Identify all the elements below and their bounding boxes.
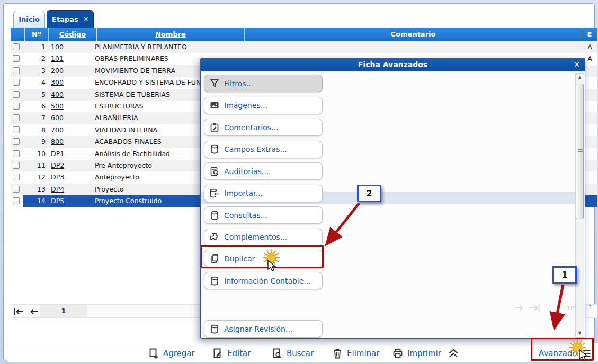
dialog-menu-item[interactable]: Complementos... <box>204 229 323 246</box>
row-code-link[interactable]: 700 <box>51 124 94 136</box>
column-header-estado: E <box>582 28 597 41</box>
row-code-link[interactable]: 100 <box>51 41 94 53</box>
audit-icon <box>209 166 220 177</box>
dialog-menu-item[interactable]: Importar... <box>204 185 323 202</box>
row-checkbox[interactable] <box>13 186 20 193</box>
ficha-avanzados-dialog: Ficha Avanzados ✕ Filtros... Imágenes...… <box>200 58 585 339</box>
row-checkbox[interactable] <box>13 67 20 74</box>
tab-etapas[interactable]: Etapas ✕ <box>47 10 94 28</box>
row-code-link[interactable]: DP1 <box>51 148 94 160</box>
highlight-box-duplicar <box>201 245 324 268</box>
row-code-link[interactable]: 300 <box>51 77 94 88</box>
tab-etapas-label: Etapas <box>52 11 78 28</box>
scrollbar-down-icon[interactable]: ▼ <box>576 329 584 337</box>
agregar-button[interactable]: Agregar <box>148 347 195 360</box>
row-code-link[interactable]: 400 <box>51 89 94 101</box>
row-code-link[interactable]: 500 <box>51 101 94 112</box>
row-checkbox[interactable] <box>13 174 20 180</box>
column-header-checkbox <box>11 28 25 41</box>
dialog-menu-item[interactable]: Información Contable... <box>204 272 323 289</box>
row-checkbox[interactable] <box>13 114 20 121</box>
row-checkbox[interactable] <box>13 55 20 62</box>
puzzle-icon <box>209 232 220 242</box>
column-header-nombre[interactable]: Nombre <box>97 28 245 41</box>
tab-inicio[interactable]: Inicio <box>13 11 45 28</box>
dialog-menu-item[interactable]: Campos Extras... <box>204 141 323 158</box>
search-document-icon <box>271 348 283 359</box>
row-checkbox[interactable] <box>13 162 20 169</box>
column-header-num: Nº <box>25 28 49 41</box>
first-page-icon[interactable] <box>12 306 25 317</box>
row-code-link[interactable]: DP2 <box>51 160 94 171</box>
row-code-link[interactable]: DP3 <box>51 171 94 183</box>
column-header-codigo[interactable]: Código <box>49 28 97 41</box>
buscar-button[interactable]: Buscar <box>271 347 314 360</box>
editar-button[interactable]: Editar <box>212 347 251 360</box>
dialog-menu-item[interactable]: Auditorias... <box>204 162 323 180</box>
dialog-menu-item[interactable]: Comentarios... <box>204 119 323 136</box>
row-num: 1 <box>25 41 49 53</box>
dialog-menu-item[interactable]: Asignar Revisión... <box>204 320 323 338</box>
buscar-label: Buscar <box>287 349 314 358</box>
row-code-link[interactable]: DP5 <box>51 195 94 207</box>
trash-icon <box>332 348 343 359</box>
eliminar-button[interactable]: Eliminar <box>332 347 379 360</box>
editar-label: Editar <box>227 349 251 358</box>
highlight-box-avanzado <box>531 338 594 361</box>
dialog-title: Ficha Avanzados <box>201 59 585 71</box>
next-page-icon-disabled <box>513 303 526 315</box>
row-num: 10 <box>25 148 49 160</box>
scrollbar-grip-icon <box>578 149 583 153</box>
row-checkbox[interactable] <box>13 150 20 157</box>
pagination-edge-fragment: t <box>589 303 591 310</box>
row-checkbox[interactable] <box>13 91 20 98</box>
bottom-toolbar: Agregar Editar Buscar Eliminar Imprimir … <box>7 343 598 362</box>
step-2-badge: 2 <box>357 185 381 202</box>
row-num: 5 <box>25 89 49 101</box>
scrollbar-thumb[interactable] <box>576 84 584 219</box>
table-row[interactable]: 1 100 PLANIMETRIA Y REPLANTEO A <box>11 41 597 53</box>
add-document-icon <box>148 348 159 359</box>
dialog-menu-item[interactable]: Consultas... <box>204 206 323 224</box>
row-checkbox[interactable] <box>13 79 20 86</box>
row-code-link[interactable]: 600 <box>51 112 94 124</box>
row-checkbox[interactable] <box>13 126 20 133</box>
double-chevron-up-icon <box>447 348 460 359</box>
row-checkbox[interactable] <box>13 43 20 50</box>
imprimir-button[interactable]: Imprimir <box>392 347 441 360</box>
database-icon <box>209 324 220 334</box>
dialog-menu-item[interactable]: Imágenes... <box>204 97 323 114</box>
last-page-icon-disabled <box>528 303 542 315</box>
edit-document-icon <box>212 348 224 359</box>
database-icon <box>209 276 220 286</box>
row-checkbox[interactable] <box>13 103 20 110</box>
tab-close-icon[interactable]: ✕ <box>84 16 88 22</box>
row-num: 3 <box>25 65 49 77</box>
printer-icon <box>392 348 404 359</box>
row-code-link[interactable]: DP4 <box>51 184 94 195</box>
prev-page-icon[interactable] <box>28 306 40 317</box>
scrollbar-up-icon[interactable]: ▲ <box>576 74 584 81</box>
collapse-toolbar-button[interactable] <box>447 347 460 360</box>
dialog-scrollbar[interactable]: ▲ ▼ <box>575 73 584 338</box>
pagination-overlay-fragment: 1P <box>567 305 574 312</box>
database-icon <box>209 144 220 154</box>
row-checkbox[interactable] <box>13 138 20 145</box>
row-code-link[interactable]: 800 <box>51 136 94 148</box>
row-code-link[interactable]: 101 <box>51 53 94 65</box>
image-icon <box>209 100 220 111</box>
row-num: 13 <box>25 184 49 195</box>
row-num: 7 <box>25 112 49 124</box>
column-header-comentario: Comentario <box>245 28 582 41</box>
row-num: 14 <box>25 195 49 207</box>
row-num: 9 <box>25 136 49 148</box>
step-1-badge: 1 <box>552 266 577 284</box>
row-code-link[interactable]: 200 <box>51 65 94 77</box>
row-num: 12 <box>25 171 49 183</box>
row-name: PLANIMETRIA Y REPLANTEO <box>95 41 248 53</box>
row-checkbox[interactable] <box>13 197 20 204</box>
dialog-menu-item[interactable]: Filtros... <box>204 75 323 92</box>
dialog-close-icon[interactable]: ✕ <box>574 59 580 71</box>
row-status: A <box>582 41 597 53</box>
eliminar-label: Eliminar <box>347 349 379 358</box>
